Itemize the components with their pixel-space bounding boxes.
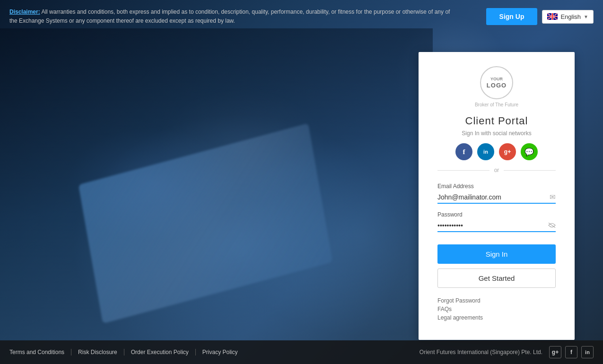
divider-line-right	[504, 170, 556, 171]
footer-company: Orient Futures International (Singapore)…	[419, 349, 542, 355]
email-icon: ✉	[550, 193, 556, 201]
sign-in-button[interactable]: Sign In	[437, 244, 556, 264]
top-bar-right: Sign Up	[486, 8, 594, 25]
logo-area: YOUR LOGO Broker of The Future	[437, 66, 556, 107]
logo-text: LOGO	[487, 82, 507, 89]
footer-googleplus-icon[interactable]: g+	[549, 346, 561, 358]
get-started-button[interactable]: Get Started	[437, 269, 556, 288]
card-title: Client Portal	[437, 115, 556, 127]
footer-risk-link[interactable]: Risk Disclosure	[71, 349, 124, 355]
footer-links: Terms and Conditions Risk Disclosure Ord…	[9, 349, 245, 355]
footer-linkedin-icon[interactable]: in	[581, 346, 594, 358]
forgot-password-link[interactable]: Forgot Password	[437, 297, 556, 304]
social-signin-label: Sign In with social networks	[437, 130, 556, 137]
top-bar: Disclaimer: All warranties and condition…	[0, 0, 603, 33]
password-wrapper	[437, 220, 556, 232]
svg-point-12	[549, 17, 550, 18]
language-selector[interactable]: English ▼	[542, 10, 594, 24]
logo-circle: YOUR LOGO	[480, 66, 513, 99]
logo-your: YOUR	[490, 77, 503, 82]
linkedin-button[interactable]: in	[477, 143, 494, 160]
flag-icon	[547, 13, 558, 20]
divider: or	[437, 167, 556, 173]
wechat-button[interactable]: 💬	[521, 143, 538, 160]
faqs-link[interactable]: FAQs	[437, 306, 556, 312]
dropdown-icon: ▼	[584, 14, 588, 19]
facebook-button[interactable]: f	[455, 143, 472, 160]
background-illustration	[0, 28, 433, 340]
svg-point-13	[556, 15, 557, 16]
svg-point-14	[555, 17, 556, 17]
footer-social: g+ f in	[549, 346, 594, 358]
broker-text: Broker of The Future	[475, 102, 518, 107]
email-field-group: Email Address ✉	[437, 183, 556, 204]
password-field-group: Password	[437, 211, 556, 232]
signup-button[interactable]: Sign Up	[486, 8, 538, 25]
legal-agreements-link[interactable]: Legal agreements	[437, 314, 556, 321]
footer-order-link[interactable]: Order Execution Policy	[124, 349, 196, 355]
footer-terms-link[interactable]: Terms and Conditions	[9, 349, 71, 355]
footer-facebook-icon[interactable]: f	[565, 346, 577, 358]
divider-line-left	[437, 170, 489, 171]
password-label: Password	[437, 211, 556, 218]
disclaimer-label: Disclaimer:	[9, 9, 40, 15]
svg-point-10	[549, 15, 550, 16]
google-button[interactable]: g+	[499, 143, 516, 160]
social-buttons: f in g+ 💬	[437, 143, 556, 160]
card-links: Forgot Password FAQs Legal agreements	[437, 297, 556, 321]
email-input[interactable]	[437, 191, 556, 203]
email-wrapper: ✉	[437, 191, 556, 204]
svg-point-11	[551, 17, 551, 18]
footer: Terms and Conditions Risk Disclosure Ord…	[0, 340, 603, 364]
footer-right: Orient Futures International (Singapore)…	[419, 346, 594, 358]
footer-privacy-link[interactable]: Privacy Policy	[196, 349, 245, 355]
disclaimer-body: All warranties and conditions, both expr…	[9, 9, 450, 24]
disclaimer: Disclaimer: All warranties and condition…	[9, 8, 454, 26]
password-input[interactable]	[437, 220, 556, 231]
login-card: YOUR LOGO Broker of The Future Client Po…	[419, 52, 575, 340]
divider-text: or	[494, 167, 499, 173]
email-label: Email Address	[437, 183, 556, 190]
password-toggle-icon[interactable]	[548, 222, 556, 230]
language-label: English	[560, 13, 581, 20]
